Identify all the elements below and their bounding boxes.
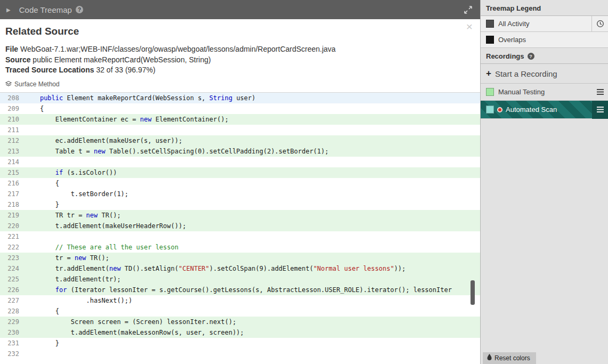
code-text: t.setBorder(1);	[25, 189, 128, 199]
file-line: File WebGoat-7.1.war;WEB-INF/classes/org…	[5, 44, 472, 55]
code-line[interactable]: 221	[0, 231, 480, 242]
recording-item-automated-scan[interactable]: Automated Scan	[481, 101, 608, 119]
line-number: 217	[0, 189, 19, 199]
code-scrollbar-thumb[interactable]	[471, 280, 475, 305]
code-line[interactable]: 219 TR tr = new TR();	[0, 210, 480, 221]
code-line[interactable]: 217 t.setBorder(1);	[0, 189, 480, 199]
code-line[interactable]: 214	[0, 157, 480, 167]
line-number: 213	[0, 146, 19, 157]
code-line[interactable]: 222 // These are all the user lesson	[0, 242, 480, 253]
code-line[interactable]: 232	[0, 349, 480, 359]
line-number: 223	[0, 253, 19, 263]
code-line[interactable]: 210 ElementContainer ec = new ElementCon…	[0, 114, 480, 125]
code-line[interactable]: 224 tr.addElement(new TD().setAlign("CEN…	[0, 263, 480, 274]
code-line[interactable]: 230 t.addElement(makeLessonRow(s, user, …	[0, 327, 480, 338]
legend-item-all-activity[interactable]: All Activity	[481, 16, 608, 32]
related-source-panel: × Related Source File WebGoat-7.1.war;WE…	[0, 19, 480, 364]
start-recording-button[interactable]: + Start a Recording	[481, 64, 608, 84]
code-line[interactable]: 228 {	[0, 306, 480, 317]
legend-title: Treemap Legend	[481, 0, 608, 16]
code-text: tr = new TR();	[25, 253, 109, 263]
code-text: tr.addElement(new TD().setAlign("CENTER"…	[25, 263, 406, 274]
code-line[interactable]: 229 Screen screen = (Screen) lessonIter.…	[0, 317, 480, 327]
file-label: File	[5, 45, 18, 53]
line-number: 225	[0, 274, 19, 285]
collapse-toggle-icon[interactable]: ▶	[6, 7, 11, 13]
line-number: 231	[0, 338, 19, 349]
code-line[interactable]: 211	[0, 125, 480, 135]
surface-method-label: Surface Method	[14, 80, 60, 88]
line-number: 229	[0, 317, 19, 327]
all-activity-swatch	[486, 20, 494, 28]
source-line: Source public Element makeReportCard(Web…	[5, 55, 472, 66]
code-text: Screen screen = (Screen) lessonIter.next…	[25, 317, 236, 327]
line-number: 215	[0, 167, 19, 178]
source-value: public Element makeReportCard(WebSession…	[33, 55, 210, 64]
code-text: t.addElement(makeLessonRow(s, user, scre…	[25, 327, 244, 338]
legend-item-overlaps[interactable]: Overlaps	[481, 32, 608, 48]
recording-item-manual-testing[interactable]: Manual Testing	[481, 84, 608, 101]
code-text: ec.addElement(makeUser(s, user));	[25, 135, 182, 146]
reset-colors-button[interactable]: Reset colors	[483, 352, 536, 364]
line-number: 224	[0, 263, 19, 274]
line-number: 218	[0, 199, 19, 210]
source-label: Source	[5, 55, 30, 64]
code-line[interactable]: 208 public Element makeReportCard(WebSes…	[0, 93, 480, 103]
treemap-header-bar: ▶ Code Treemap ?	[0, 0, 480, 19]
header-title: Code Treemap	[19, 5, 72, 14]
recording-item-label: Manual Testing	[498, 88, 545, 96]
layers-icon	[5, 80, 12, 88]
code-line[interactable]: 220 t.addElement(makeUserHeaderRow());	[0, 221, 480, 231]
manual-testing-swatch	[486, 88, 494, 96]
close-icon[interactable]: ×	[466, 21, 473, 32]
code-line[interactable]: 227 .hasNext();)	[0, 295, 480, 306]
traced-value: 32 of 33 (96.97%)	[96, 66, 155, 74]
overlaps-swatch	[486, 36, 494, 44]
code-area: 208 public Element makeReportCard(WebSes…	[0, 92, 480, 360]
traced-label: Traced Source Locations	[5, 66, 94, 74]
line-number: 216	[0, 178, 19, 189]
code-text: TR tr = new TR();	[25, 210, 121, 221]
start-recording-label: Start a Recording	[495, 69, 557, 78]
code-line[interactable]: 209 {	[0, 103, 480, 114]
code-text: for (Iterator lessonIter = s.getCourse()…	[25, 285, 452, 295]
app-root: ▶ Code Treemap ? × Related Source File W…	[0, 0, 608, 364]
legend-item-label: All Activity	[498, 20, 530, 28]
recording-item-label: Automated Scan	[506, 106, 557, 114]
expand-icon[interactable]	[464, 5, 473, 14]
code-line[interactable]: 225 t.addElement(tr);	[0, 274, 480, 285]
related-source-header: × Related Source File WebGoat-7.1.war;WE…	[0, 19, 480, 88]
code-scrollbar[interactable]	[471, 93, 475, 360]
code-line[interactable]: 215 if (s.isColor())	[0, 167, 480, 178]
code-line[interactable]: 218 }	[0, 199, 480, 210]
recording-menu-icon[interactable]	[592, 101, 608, 119]
line-number: 211	[0, 125, 19, 135]
code-text: t.addElement(makeUserHeaderRow());	[25, 221, 186, 231]
code-line[interactable]: 213 Table t = new Table().setCellSpacing…	[0, 146, 480, 157]
help-icon[interactable]: ?	[528, 53, 534, 60]
line-number: 222	[0, 242, 19, 253]
code-text: }	[25, 199, 59, 210]
code-text: {	[25, 103, 44, 114]
code-text: public Element makeReportCard(WebSession…	[25, 93, 256, 103]
code-line[interactable]: 216 {	[0, 178, 480, 189]
surface-method-badge: Surface Method	[5, 80, 472, 88]
code-line[interactable]: 226 for (Iterator lessonIter = s.getCour…	[0, 285, 480, 295]
code-line[interactable]: 223 tr = new TR();	[0, 253, 480, 263]
line-number: 226	[0, 285, 19, 295]
droplet-icon	[487, 354, 492, 362]
help-icon[interactable]: ?	[76, 6, 83, 13]
code-text: {	[25, 178, 59, 189]
code-line[interactable]: 231 }	[0, 338, 480, 349]
line-number: 214	[0, 157, 19, 167]
history-clock-icon[interactable]	[591, 16, 608, 32]
plus-icon: +	[486, 68, 491, 79]
code-text: ElementContainer ec = new ElementContain…	[25, 114, 229, 125]
recording-menu-icon[interactable]	[592, 84, 608, 101]
line-number: 210	[0, 114, 19, 125]
code-line[interactable]: 212 ec.addElement(makeUser(s, user));	[0, 135, 480, 146]
code-lines: 208 public Element makeReportCard(WebSes…	[0, 93, 480, 359]
code-text: t.addElement(tr);	[25, 274, 121, 285]
code-text: .hasNext();)	[25, 295, 132, 306]
line-number: 227	[0, 295, 19, 306]
